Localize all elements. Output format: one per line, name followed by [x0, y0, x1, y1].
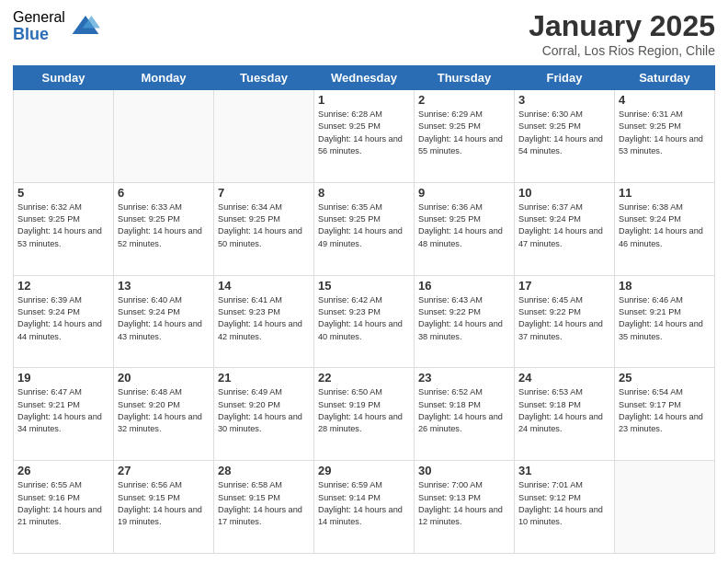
day-info: Sunrise: 6:49 AM Sunset: 9:20 PM Dayligh…: [218, 386, 310, 435]
day-info: Sunrise: 6:47 AM Sunset: 9:21 PM Dayligh…: [17, 386, 109, 435]
day-number: 22: [318, 371, 410, 385]
calendar-cell: 21Sunrise: 6:49 AM Sunset: 9:20 PM Dayli…: [214, 368, 314, 461]
calendar-cell: 3Sunrise: 6:30 AM Sunset: 9:25 PM Daylig…: [515, 90, 615, 183]
calendar-cell: [114, 90, 214, 183]
day-info: Sunrise: 7:00 AM Sunset: 9:13 PM Dayligh…: [418, 479, 510, 528]
calendar-cell: 2Sunrise: 6:29 AM Sunset: 9:25 PM Daylig…: [415, 90, 515, 183]
calendar-cell: 19Sunrise: 6:47 AM Sunset: 9:21 PM Dayli…: [14, 368, 114, 461]
day-number: 24: [518, 371, 610, 385]
day-info: Sunrise: 6:36 AM Sunset: 9:25 PM Dayligh…: [418, 201, 510, 250]
day-number: 15: [318, 279, 410, 293]
calendar-cell: 12Sunrise: 6:39 AM Sunset: 9:24 PM Dayli…: [14, 275, 114, 368]
day-info: Sunrise: 6:39 AM Sunset: 9:24 PM Dayligh…: [17, 294, 109, 343]
month-title: January 2025: [529, 9, 715, 43]
day-info: Sunrise: 6:56 AM Sunset: 9:15 PM Dayligh…: [118, 479, 210, 528]
calendar-cell: [14, 90, 114, 183]
day-number: 18: [619, 279, 711, 293]
page: General Blue January 2025 Corral, Los Ri…: [0, 0, 728, 563]
calendar-cell: 7Sunrise: 6:34 AM Sunset: 9:25 PM Daylig…: [214, 182, 314, 275]
day-info: Sunrise: 6:43 AM Sunset: 9:22 PM Dayligh…: [418, 294, 510, 343]
calendar-cell: 18Sunrise: 6:46 AM Sunset: 9:21 PM Dayli…: [615, 275, 715, 368]
day-header-thursday: Thursday: [415, 66, 515, 90]
calendar-cell: [214, 90, 314, 183]
calendar-cell: 29Sunrise: 6:59 AM Sunset: 9:14 PM Dayli…: [314, 461, 415, 554]
logo: General Blue: [13, 9, 100, 43]
day-info: Sunrise: 6:34 AM Sunset: 9:25 PM Dayligh…: [218, 201, 310, 250]
calendar-cell: 16Sunrise: 6:43 AM Sunset: 9:22 PM Dayli…: [415, 275, 515, 368]
day-number: 14: [218, 279, 310, 293]
day-number: 21: [218, 371, 310, 385]
day-number: 16: [418, 279, 510, 293]
calendar-cell: [615, 461, 715, 554]
day-info: Sunrise: 6:31 AM Sunset: 9:25 PM Dayligh…: [619, 109, 711, 157]
day-number: 29: [318, 464, 410, 477]
calendar-cell: 6Sunrise: 6:33 AM Sunset: 9:25 PM Daylig…: [114, 182, 214, 275]
logo-icon: [71, 12, 100, 41]
calendar-cell: 31Sunrise: 7:01 AM Sunset: 9:12 PM Dayli…: [515, 461, 615, 554]
day-header-monday: Monday: [114, 66, 214, 90]
day-number: 8: [318, 186, 410, 200]
day-info: Sunrise: 6:59 AM Sunset: 9:14 PM Dayligh…: [318, 479, 410, 528]
day-info: Sunrise: 6:35 AM Sunset: 9:25 PM Dayligh…: [318, 201, 410, 250]
day-number: 23: [418, 371, 510, 385]
day-number: 9: [418, 186, 510, 200]
day-number: 1: [318, 93, 410, 107]
calendar-cell: 30Sunrise: 7:00 AM Sunset: 9:13 PM Dayli…: [415, 461, 515, 554]
day-number: 2: [418, 93, 510, 107]
location: Corral, Los Rios Region, Chile: [529, 43, 715, 58]
day-info: Sunrise: 6:29 AM Sunset: 9:25 PM Dayligh…: [418, 109, 510, 157]
calendar-cell: 8Sunrise: 6:35 AM Sunset: 9:25 PM Daylig…: [314, 182, 415, 275]
day-header-saturday: Saturday: [615, 66, 715, 90]
header: General Blue January 2025 Corral, Los Ri…: [13, 9, 715, 58]
calendar-cell: 13Sunrise: 6:40 AM Sunset: 9:24 PM Dayli…: [114, 275, 214, 368]
day-info: Sunrise: 6:54 AM Sunset: 9:17 PM Dayligh…: [619, 386, 711, 435]
calendar-cell: 15Sunrise: 6:42 AM Sunset: 9:23 PM Dayli…: [314, 275, 415, 368]
calendar-week-row: 1Sunrise: 6:28 AM Sunset: 9:25 PM Daylig…: [14, 90, 715, 183]
calendar-cell: 23Sunrise: 6:52 AM Sunset: 9:18 PM Dayli…: [415, 368, 515, 461]
day-number: 26: [17, 464, 109, 477]
calendar-cell: 5Sunrise: 6:32 AM Sunset: 9:25 PM Daylig…: [14, 182, 114, 275]
calendar-cell: 10Sunrise: 6:37 AM Sunset: 9:24 PM Dayli…: [515, 182, 615, 275]
day-number: 30: [418, 464, 510, 477]
day-info: Sunrise: 6:38 AM Sunset: 9:24 PM Dayligh…: [619, 201, 711, 250]
day-info: Sunrise: 6:45 AM Sunset: 9:22 PM Dayligh…: [518, 294, 610, 343]
logo-general: General: [13, 9, 65, 26]
calendar-cell: 25Sunrise: 6:54 AM Sunset: 9:17 PM Dayli…: [615, 368, 715, 461]
day-info: Sunrise: 6:53 AM Sunset: 9:18 PM Dayligh…: [518, 386, 610, 435]
day-info: Sunrise: 6:33 AM Sunset: 9:25 PM Dayligh…: [118, 201, 210, 250]
day-info: Sunrise: 6:48 AM Sunset: 9:20 PM Dayligh…: [118, 386, 210, 435]
calendar-cell: 26Sunrise: 6:55 AM Sunset: 9:16 PM Dayli…: [14, 461, 114, 554]
day-info: Sunrise: 6:58 AM Sunset: 9:15 PM Dayligh…: [218, 479, 310, 528]
calendar-week-row: 26Sunrise: 6:55 AM Sunset: 9:16 PM Dayli…: [14, 461, 715, 554]
day-info: Sunrise: 6:32 AM Sunset: 9:25 PM Dayligh…: [17, 201, 109, 250]
day-number: 3: [518, 93, 610, 107]
day-number: 4: [619, 93, 711, 107]
calendar-week-row: 19Sunrise: 6:47 AM Sunset: 9:21 PM Dayli…: [14, 368, 715, 461]
day-info: Sunrise: 7:01 AM Sunset: 9:12 PM Dayligh…: [518, 479, 610, 528]
calendar-week-row: 5Sunrise: 6:32 AM Sunset: 9:25 PM Daylig…: [14, 182, 715, 275]
day-number: 19: [17, 371, 109, 385]
day-number: 17: [518, 279, 610, 293]
calendar-cell: 11Sunrise: 6:38 AM Sunset: 9:24 PM Dayli…: [615, 182, 715, 275]
day-number: 7: [218, 186, 310, 200]
calendar-cell: 17Sunrise: 6:45 AM Sunset: 9:22 PM Dayli…: [515, 275, 615, 368]
day-header-friday: Friday: [515, 66, 615, 90]
calendar-cell: 1Sunrise: 6:28 AM Sunset: 9:25 PM Daylig…: [314, 90, 415, 183]
calendar-cell: 22Sunrise: 6:50 AM Sunset: 9:19 PM Dayli…: [314, 368, 415, 461]
calendar-cell: 24Sunrise: 6:53 AM Sunset: 9:18 PM Dayli…: [515, 368, 615, 461]
day-info: Sunrise: 6:28 AM Sunset: 9:25 PM Dayligh…: [318, 109, 410, 157]
day-info: Sunrise: 6:52 AM Sunset: 9:18 PM Dayligh…: [418, 386, 510, 435]
calendar-cell: 14Sunrise: 6:41 AM Sunset: 9:23 PM Dayli…: [214, 275, 314, 368]
calendar-table: SundayMondayTuesdayWednesdayThursdayFrid…: [13, 65, 715, 554]
logo-blue: Blue: [13, 26, 65, 44]
day-number: 13: [118, 279, 210, 293]
calendar-header-row: SundayMondayTuesdayWednesdayThursdayFrid…: [14, 66, 715, 90]
day-info: Sunrise: 6:30 AM Sunset: 9:25 PM Dayligh…: [518, 109, 610, 157]
day-number: 11: [619, 186, 711, 200]
day-info: Sunrise: 6:37 AM Sunset: 9:24 PM Dayligh…: [518, 201, 610, 250]
day-header-wednesday: Wednesday: [314, 66, 415, 90]
day-header-tuesday: Tuesday: [214, 66, 314, 90]
day-info: Sunrise: 6:42 AM Sunset: 9:23 PM Dayligh…: [318, 294, 410, 343]
day-number: 12: [17, 279, 109, 293]
day-number: 25: [619, 371, 711, 385]
